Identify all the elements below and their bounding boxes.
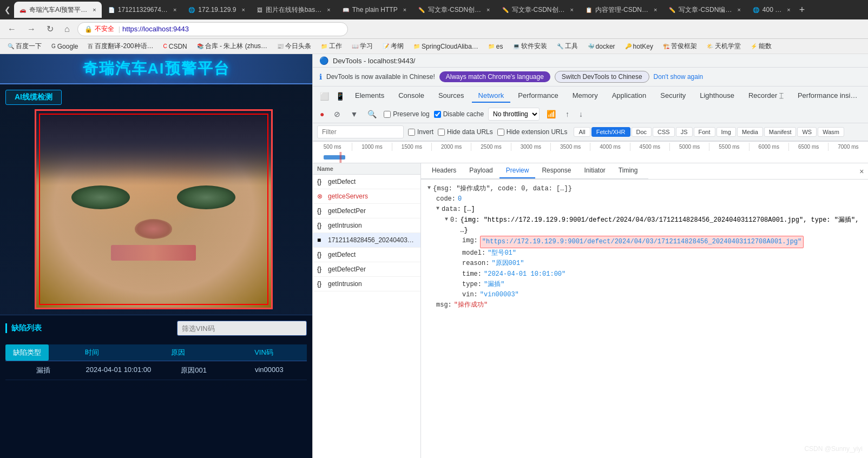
preserve-log-checkbox-label[interactable]: Preserve log bbox=[384, 110, 429, 118]
invert-checkbox-label[interactable]: Invert bbox=[408, 128, 433, 136]
invert-checkbox[interactable] bbox=[408, 129, 415, 136]
req-getIntrusion-2[interactable]: {} getIntrusion bbox=[313, 277, 420, 291]
tab-7[interactable]: ✏️ 写文章-CSDN创… × bbox=[497, 2, 579, 18]
json-data-triangle[interactable]: ▼ bbox=[436, 204, 439, 213]
devtools-inspect-icon[interactable]: ⬜ bbox=[317, 90, 332, 102]
filter-css[interactable]: CSS bbox=[653, 127, 675, 137]
req-getDefect-1[interactable]: {} getDefect bbox=[313, 175, 420, 189]
forward-btn[interactable]: → bbox=[24, 22, 39, 36]
reload-btn[interactable]: ↻ bbox=[43, 22, 57, 36]
tab-recorder[interactable]: Recorder ⌶ bbox=[742, 89, 790, 103]
req-getIceServers[interactable]: ⊗ getIceServers bbox=[313, 189, 420, 204]
tab-1[interactable]: 🚗 奇瑞汽车AI预警平… × bbox=[14, 2, 102, 18]
filter-img[interactable]: Img bbox=[716, 127, 736, 137]
tab-sources[interactable]: Sources bbox=[432, 89, 471, 103]
tab-perf-insights[interactable]: Performance insi… bbox=[791, 89, 864, 103]
record-btn[interactable]: ● bbox=[317, 108, 327, 120]
hide-data-checkbox[interactable] bbox=[438, 129, 445, 136]
tab-memory[interactable]: Memory bbox=[566, 89, 604, 103]
tab-2[interactable]: 📄 171211329674… × bbox=[103, 2, 182, 18]
devtools-device-icon[interactable]: 📱 bbox=[333, 90, 347, 102]
tab-close-7[interactable]: × bbox=[570, 6, 574, 13]
disable-cache-checkbox-label[interactable]: Disable cache bbox=[434, 110, 484, 118]
tab-close-10[interactable]: × bbox=[787, 6, 790, 13]
req-getIntrusion-1[interactable]: {} getIntrusion bbox=[313, 218, 420, 233]
close-detail-btn[interactable]: × bbox=[855, 165, 868, 178]
json-root-triangle[interactable]: ▼ bbox=[428, 184, 431, 193]
filter-manifest[interactable]: Manifest bbox=[764, 127, 797, 137]
bookmark-fanyi[interactable]: 百 百度翻译-200种语… bbox=[84, 41, 156, 52]
tab-lighthouse[interactable]: Lighthouse bbox=[693, 89, 741, 103]
filter-doc[interactable]: Doc bbox=[632, 127, 652, 137]
bookmark-toutiao[interactable]: 📰 今日头条 bbox=[274, 41, 314, 52]
bookmark-kujiankuangjia[interactable]: 🏗️ 苦俊框架 bbox=[660, 41, 700, 52]
filter-font[interactable]: Font bbox=[694, 127, 715, 137]
tab-close-3[interactable]: × bbox=[241, 6, 245, 13]
filter-ws[interactable]: WS bbox=[797, 127, 817, 137]
tab-console[interactable]: Console bbox=[392, 89, 431, 103]
req-image-file[interactable]: ■ 1712114828456_20240403… bbox=[313, 233, 420, 248]
detail-tab-headers[interactable]: Headers bbox=[425, 163, 463, 178]
tab-close-2[interactable]: × bbox=[173, 6, 176, 13]
hide-ext-checkbox[interactable] bbox=[497, 129, 504, 136]
tab-elements[interactable]: Elements bbox=[348, 89, 391, 103]
tab-close-9[interactable]: × bbox=[737, 6, 740, 13]
tab-network[interactable]: Network bbox=[472, 89, 511, 103]
tab-close-5[interactable]: × bbox=[403, 6, 406, 13]
req-getDefectPer-1[interactable]: {} getDefectPer bbox=[313, 204, 420, 218]
filter-media[interactable]: Media bbox=[737, 127, 763, 137]
bookmark-software[interactable]: 💻 软件安装 bbox=[510, 41, 550, 52]
filter-fetch-xhr[interactable]: Fetch/XHR bbox=[591, 127, 630, 137]
back-btn[interactable]: ← bbox=[4, 22, 19, 36]
bookmark-tools[interactable]: 🔧 工具 bbox=[554, 41, 581, 52]
search-btn[interactable]: 🔍 bbox=[365, 108, 379, 120]
clear-btn[interactable]: ⊘ bbox=[331, 108, 343, 120]
filter-all[interactable]: All bbox=[574, 127, 590, 137]
tab-security[interactable]: Security bbox=[654, 89, 692, 103]
bookmark-cangku[interactable]: 📚 合库 - 朱上林 (zhus… bbox=[194, 41, 271, 52]
bookmark-tianji[interactable]: 🌤️ 天机学堂 bbox=[703, 41, 744, 52]
hide-data-checkbox-label[interactable]: Hide data URLs bbox=[438, 128, 493, 136]
bookmark-kaogan[interactable]: 📝 考纲 bbox=[379, 41, 407, 52]
address-input-container[interactable]: 🔒 不安全 | https://localhost:9443 bbox=[77, 22, 348, 36]
tab-8[interactable]: 📋 内容管理-CSDN… × bbox=[580, 2, 662, 18]
btn-dont-show[interactable]: Don't show again bbox=[654, 73, 703, 81]
detail-tab-initiator[interactable]: Initiator bbox=[577, 163, 611, 178]
tab-close-6[interactable]: × bbox=[486, 6, 490, 13]
tab-10[interactable]: 🌐 400 … × bbox=[747, 2, 796, 18]
bookmark-google[interactable]: G Google bbox=[48, 42, 81, 51]
tab-more-btn[interactable]: ❮ bbox=[4, 5, 11, 14]
req-getDefectPer-2[interactable]: {} getDefectPer bbox=[313, 262, 420, 277]
bookmark-study[interactable]: 📖 学习 bbox=[348, 41, 376, 52]
json-root-line[interactable]: ▼ {msg: "操作成功", code: 0, data: […]} bbox=[428, 184, 862, 194]
tab-6[interactable]: ✏️ 写文章-CSDN创… × bbox=[413, 2, 495, 18]
json-item0-triangle[interactable]: ▼ bbox=[445, 215, 448, 224]
bookmark-docker[interactable]: 🐳 docker bbox=[584, 42, 619, 51]
bookmark-energy[interactable]: ⚡ 能数 bbox=[747, 41, 775, 52]
req-getDefect-2[interactable]: {} getDefect bbox=[313, 248, 420, 262]
filter-icon-btn[interactable]: ▼ bbox=[347, 108, 360, 120]
vin-filter-input[interactable] bbox=[177, 321, 307, 336]
preserve-log-checkbox[interactable] bbox=[384, 111, 391, 118]
tab-performance[interactable]: Performance bbox=[511, 89, 564, 103]
btn-match-language[interactable]: Always match Chrome's language bbox=[439, 71, 550, 82]
tab-9[interactable]: ✏️ 写文章-CSDN编… × bbox=[663, 2, 746, 18]
table-row[interactable]: 漏插 2024-04-01 10:01:00 原因001 vin00003 bbox=[5, 361, 307, 380]
bookmark-hotkey[interactable]: 🔑 hotKey bbox=[622, 42, 656, 51]
tab-5[interactable]: 📖 The plain HTTP × bbox=[337, 2, 412, 18]
tab-close-1[interactable]: × bbox=[93, 6, 96, 13]
bookmark-csdn[interactable]: C CSDN bbox=[160, 42, 190, 51]
bookmark-spring[interactable]: 📁 SpringCloudAliba… bbox=[410, 42, 482, 51]
bookmark-es[interactable]: 📁 es bbox=[485, 42, 507, 51]
filter-wasm[interactable]: Wasm bbox=[818, 127, 844, 137]
tab-application[interactable]: Application bbox=[606, 89, 653, 103]
tab-4[interactable]: 🖼 图片在线转换bas… × bbox=[252, 2, 336, 18]
home-btn[interactable]: ⌂ bbox=[61, 22, 73, 36]
throttle-select[interactable]: No throttling bbox=[488, 108, 540, 121]
detail-tab-timing[interactable]: Timing bbox=[612, 163, 645, 178]
json-data-line[interactable]: ▼ data: […] bbox=[436, 204, 862, 215]
detail-tab-response[interactable]: Response bbox=[535, 163, 577, 178]
tab-close-4[interactable]: × bbox=[327, 6, 330, 13]
tab-close-8[interactable]: × bbox=[654, 6, 657, 13]
disable-cache-checkbox[interactable] bbox=[434, 111, 441, 118]
